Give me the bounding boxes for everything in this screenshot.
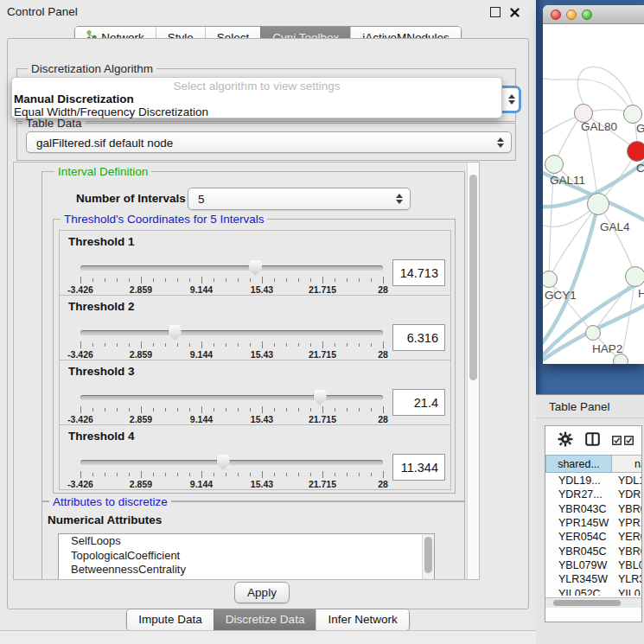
threshold-1-value-field[interactable] [392,259,445,286]
group-title: Attributes to discretize [49,495,171,508]
network-node-ga[interactable] [623,105,642,124]
zoom-window-icon[interactable] [582,10,592,20]
thresholds-group: Threshold's Coordinates for 5 Intervals … [53,219,456,494]
table-row[interactable]: YIL052CYIL0... [545,586,642,596]
slider-track[interactable] [80,330,383,335]
threshold-2-slider[interactable]: -3.4262.8599.14415.4321.71528 [80,325,383,358]
table-cell-name: YBR0... [612,503,642,515]
table-cell-name: YDL1... [612,475,642,487]
close-icon[interactable] [509,6,520,17]
threshold-1-slider[interactable]: -3.4262.8599.14415.4321.71528 [80,260,383,293]
scrollbar-thumb[interactable] [424,537,432,573]
slider-tick [214,473,214,476]
slider-tick [347,408,348,411]
tick-label: 28 [378,414,388,424]
table-row[interactable]: YBL079WYBL0... [545,558,642,572]
slider-tick [286,343,287,347]
slider-thumb[interactable] [314,390,327,405]
tab-impute-data[interactable]: Impute Data [127,609,214,630]
slider-track[interactable] [80,395,383,400]
network-node-label: C [636,162,644,175]
table-cell-shared-name: YER054C [545,531,612,543]
column-header-name[interactable]: na... [612,455,642,473]
tab-infer-network[interactable]: Infer Network [316,609,408,630]
threshold-1-panel: Threshold 1 -3.4262.8599.14415.4321.7152… [59,230,451,296]
table-row[interactable]: YER054CYER0... [545,530,642,544]
threshold-4-panel: Threshold 4 -3.4262.8599.14415.4321.7152… [59,424,451,490]
threshold-3-slider[interactable]: -3.4262.8599.14415.4321.71528 [80,390,383,423]
tab-label: Discretize Data [226,613,305,626]
attribute-list-item[interactable]: TopologicalCoefficient [59,549,434,564]
table-row[interactable]: YPR145WYPR1... [545,516,642,530]
slider-track[interactable] [80,460,383,465]
network-canvas[interactable]: GAL80GACGAL11GAL4GCY1HHAP2 [543,25,644,364]
network-window[interactable]: GAL80GACGAL11GAL4GCY1HHAP2 [543,5,644,364]
slider-thumb[interactable] [169,325,182,341]
threshold-3-value-field[interactable] [392,389,445,416]
gear-icon[interactable] [558,431,573,450]
slider-tick [238,473,239,476]
checked-box-icon[interactable] [612,433,622,449]
table-row[interactable]: YLR345WYLR3... [545,572,642,586]
table-row[interactable]: YBR043CYBR0... [545,502,642,516]
table-row[interactable]: YDR27...YDR2... [545,488,642,501]
table-cell-shared-name: YIL052C [545,588,612,596]
dropdown-option-manual-discretization[interactable]: Manual Discretization [12,92,501,105]
column-header-shared-name[interactable]: shared... [545,455,612,473]
panel-title: Control Panel [7,5,78,18]
table-row[interactable]: YDL19...YDL1... [545,474,642,488]
threshold-4-value-field[interactable] [392,454,445,481]
slider-tick [335,343,335,347]
checked-box-icon[interactable] [624,433,634,449]
threshold-3-panel: Threshold 3 -3.4262.8599.14415.4321.7152… [59,360,451,425]
table-data-combobox[interactable]: galFiltered.sif default node [26,131,512,153]
tab-discretize-data[interactable]: Discretize Data [214,609,316,630]
network-node-gal11[interactable] [545,155,564,174]
close-window-icon[interactable] [551,10,561,20]
numerical-attributes-list[interactable]: SelfLoopsTopologicalCoefficientBetweenne… [58,533,435,580]
slider-tick [371,278,372,282]
split-columns-icon[interactable] [585,432,600,450]
slider-tick [189,473,190,476]
apply-button[interactable]: Apply [234,582,290,603]
tick-label: 15.43 [251,479,273,489]
network-window-titlebar[interactable] [543,5,644,24]
scrollbar-thumb[interactable] [469,175,477,380]
slider-tick [347,473,348,476]
slider-track[interactable] [80,265,383,271]
network-node-label: GA [636,122,644,135]
table-hscrollbar[interactable] [545,597,641,608]
network-node-gal4[interactable] [587,193,609,215]
dropdown-option-equal-width-frequency[interactable]: Equal Width/Frequency Discretization [12,105,501,118]
attribute-list-item[interactable]: SelfLoops [59,534,434,549]
network-node-hap2[interactable] [585,325,601,341]
slider-tick [383,277,384,284]
network-node-unlabeled[interactable] [613,354,628,364]
slider-thumb[interactable] [217,455,230,470]
slider-tick [214,343,214,347]
float-window-icon[interactable] [490,7,501,17]
attribute-items: SelfLoopsTopologicalCoefficientBetweenne… [59,534,434,577]
slider-tick [153,278,154,282]
threshold-4-slider[interactable]: -3.4262.8599.14415.4321.71528 [80,455,383,488]
tick-label: -3.426 [67,349,93,360]
slider-tick-labels: -3.4262.8599.14415.4321.71528 [80,349,383,360]
network-node-c[interactable] [627,141,644,162]
slider-tick [80,341,81,348]
scrollbar-thumb[interactable] [553,600,621,606]
settings-scrollbar[interactable] [467,163,479,579]
network-node-h[interactable] [625,266,644,287]
slider-tick [250,408,251,411]
slider-thumb[interactable] [249,260,262,276]
threshold-2-value-field[interactable] [392,324,445,351]
table-toolbar [545,426,641,455]
tick-label: -3.426 [67,414,93,424]
slider-tick [201,277,202,284]
number-of-intervals-spinner[interactable]: 5 [188,188,411,210]
attribute-list-item[interactable]: BetweennessCentrality [59,563,434,577]
list-scrollbar[interactable] [422,534,434,580]
tick-label: 21.715 [309,414,336,424]
group-title: Interval Definition [54,165,151,178]
minimize-window-icon[interactable] [566,10,577,20]
table-row[interactable]: YBR045CYBR0... [545,544,642,558]
